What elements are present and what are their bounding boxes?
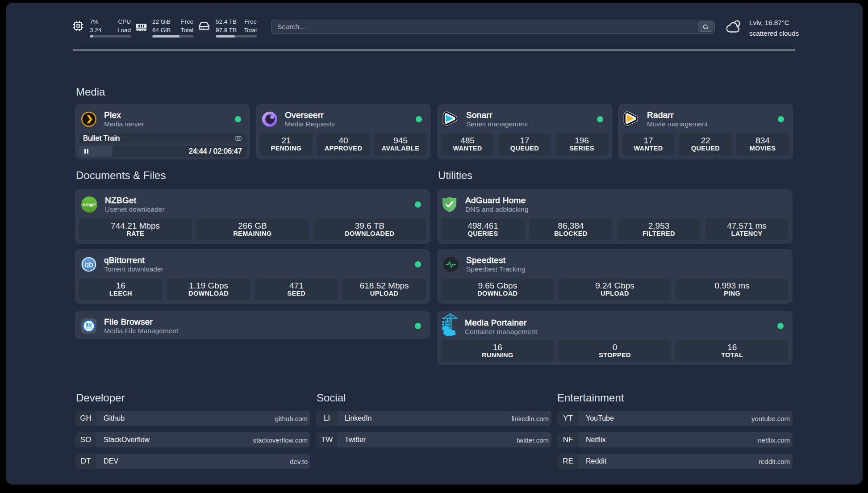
- svg-text:qb: qb: [85, 260, 93, 269]
- svg-text:nzbget: nzbget: [83, 202, 96, 207]
